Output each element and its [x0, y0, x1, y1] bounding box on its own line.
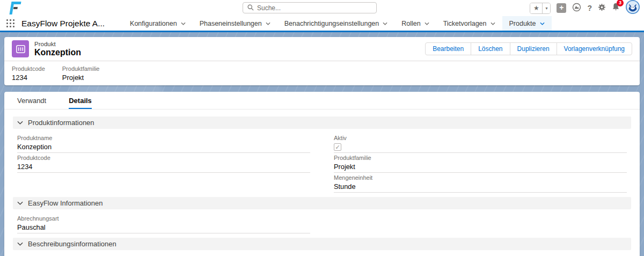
field-aktiv: Aktiv ✓: [334, 135, 627, 153]
field-mengeneinheit: Mengeneinheit Stunde: [334, 174, 627, 193]
nav-tab-benachrichtigungseinstellungen[interactable]: Benachrichtigungseinstellungen: [277, 16, 395, 31]
field-produktname: Produktname Konzeption: [17, 135, 310, 153]
notification-count-badge: 3: [617, 0, 624, 6]
section-title: Beschreibungsinformationen: [28, 240, 116, 248]
highlight-label: Produktfamilie: [62, 65, 100, 72]
search-icon: [247, 3, 254, 13]
app-name[interactable]: EasyFlow Projekte A...: [21, 19, 105, 28]
record-title: Konzeption: [34, 48, 81, 57]
fields-column-left: Produktname Konzeption Produktcode 1234: [17, 134, 310, 194]
section-title: EasyFlow Informationen: [28, 199, 103, 207]
section-produktinformationen[interactable]: Produktinformationen: [13, 116, 631, 129]
vorlagenverknuepfung-button[interactable]: Vorlagenverknüpfung: [557, 42, 632, 55]
detail-tabs: Verwandt Details: [4, 92, 640, 109]
nav-tab-label: Produkte: [509, 20, 536, 27]
nav-tab-label: Phaseneinstellungen: [200, 20, 262, 27]
field-produktfamilie: Produktfamilie Projekt: [334, 155, 627, 173]
app-launcher-icon[interactable]: [6, 19, 15, 28]
fields-column-right: [334, 214, 627, 235]
chevron-down-icon[interactable]: [540, 22, 545, 25]
record-highlights-card: Produkt Konzeption Bearbeiten Löschen Du…: [4, 37, 640, 85]
field-produktcode: Produktcode 1234: [17, 155, 310, 173]
section-collapse-chevron-icon[interactable]: [17, 201, 23, 205]
nav-tab-phaseneinstellungen[interactable]: Phaseneinstellungen: [193, 16, 277, 31]
fields-column-right: Aktiv ✓ Produktfamilie Projekt Mengenein…: [334, 134, 627, 194]
easyflow-logo: [8, 1, 21, 17]
page-background: Produkt Konzeption Bearbeiten Löschen Du…: [0, 32, 644, 256]
notifications-bell-icon[interactable]: 3: [612, 3, 620, 13]
field-value: Pauschal: [17, 222, 310, 233]
search-input[interactable]: [257, 4, 372, 12]
section-easyflow-informationen[interactable]: EasyFlow Informationen: [13, 197, 631, 209]
chevron-down-icon[interactable]: [383, 22, 387, 25]
nav-tab-ticketvorlagen[interactable]: Ticketvorlagen: [436, 16, 502, 31]
user-avatar[interactable]: [626, 0, 640, 16]
field-value: 1234: [17, 162, 310, 173]
field-label: Abrechnungsart: [17, 215, 310, 222]
favorites-caret-icon[interactable]: ▾: [542, 3, 550, 13]
nav-tab-produkte[interactable]: Produkte: [502, 16, 552, 31]
global-header: ★ ▾ + ? 3: [0, 0, 644, 16]
highlight-label: Produktcode: [12, 65, 45, 72]
field-value: ✓: [334, 142, 627, 153]
setup-gear-icon[interactable]: [598, 3, 606, 13]
field-label: Aktiv: [334, 135, 627, 142]
nav-tab-konfigurationen[interactable]: Konfigurationen: [123, 16, 193, 31]
loeschen-button[interactable]: Löschen: [471, 42, 510, 55]
record-actions: Bearbeiten Löschen Duplizieren Vorlagenv…: [425, 42, 632, 55]
product-record-icon: [12, 40, 29, 57]
chevron-down-icon[interactable]: [266, 22, 270, 25]
field-label: Produktfamilie: [334, 155, 627, 162]
tab-verwandt[interactable]: Verwandt: [17, 92, 46, 109]
nav-tab-label: Benachrichtigungseinstellungen: [284, 20, 379, 27]
fields-column-left: Abrechnungsart Pauschal: [17, 214, 310, 235]
global-actions-plus-icon[interactable]: +: [557, 3, 566, 13]
chevron-down-icon[interactable]: [491, 22, 495, 25]
section-collapse-chevron-icon[interactable]: [17, 121, 23, 125]
aktiv-checkbox[interactable]: ✓: [334, 143, 341, 151]
section-collapse-chevron-icon[interactable]: [17, 242, 23, 246]
nav-tab-label: Rollen: [401, 20, 420, 27]
nav-tabs: Konfigurationen Phaseneinstellungen Bena…: [123, 16, 551, 31]
app-navigation-bar: EasyFlow Projekte A... Konfigurationen P…: [0, 16, 644, 32]
highlight-produktcode: Produktcode 1234: [12, 65, 45, 82]
favorite-star-icon[interactable]: ★: [530, 3, 542, 13]
field-label: Mengeneinheit: [334, 174, 627, 181]
highlight-value: Projekt: [62, 74, 100, 82]
field-value: Konzeption: [17, 142, 310, 153]
record-detail-card: Verwandt Details Produktinformationen Pr…: [4, 92, 640, 256]
field-label: Produktname: [17, 135, 310, 142]
section-title: Produktinformationen: [28, 119, 94, 127]
field-value: Projekt: [334, 162, 627, 173]
help-icon[interactable]: ?: [587, 4, 592, 12]
nav-tab-label: Konfigurationen: [130, 20, 177, 27]
nav-tab-label: Ticketvorlagen: [443, 20, 487, 27]
duplizieren-button[interactable]: Duplizieren: [510, 42, 557, 55]
highlight-value: 1234: [12, 74, 45, 82]
bearbeiten-button[interactable]: Bearbeiten: [425, 42, 471, 55]
field-label: Produktcode: [17, 155, 310, 162]
section-beschreibungsinformationen[interactable]: Beschreibungsinformationen: [13, 238, 631, 250]
nav-tab-rollen[interactable]: Rollen: [394, 16, 436, 31]
record-entity-label: Produkt: [34, 41, 81, 47]
tab-details[interactable]: Details: [69, 92, 92, 109]
field-abrechnungsart: Abrechnungsart Pauschal: [17, 215, 310, 233]
field-value: Stunde: [334, 181, 627, 193]
favorites-control: ★ ▾: [530, 3, 551, 14]
chevron-down-icon[interactable]: [181, 22, 186, 25]
trailhead-icon[interactable]: [572, 3, 581, 14]
highlight-produktfamilie: Produktfamilie Projekt: [62, 65, 100, 82]
global-search[interactable]: [243, 2, 377, 13]
chevron-down-icon[interactable]: [425, 22, 429, 25]
